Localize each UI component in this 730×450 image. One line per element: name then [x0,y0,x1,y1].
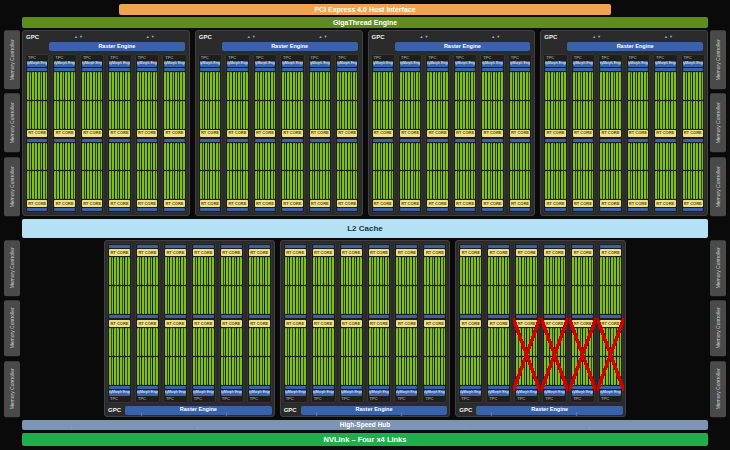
sm-block: RT CORE [82,139,102,208]
cuda-core-block [573,101,577,129]
cuda-core-block [98,143,102,171]
cuda-core-block [544,286,548,314]
tex-unit-strip [109,245,130,248]
cuda-core-block [520,72,524,100]
cuda-core-block [589,143,593,171]
rt-core-bar: RT CORE [573,200,593,207]
sm-stack: RT CORERT CORE [373,68,393,207]
tpc-header: TPCPolyMorph Engine [54,56,74,67]
tex-unit-strip [27,139,47,142]
cuda-core-block [170,257,174,285]
sm-stack: RT CORERT CORE [227,68,247,207]
link-arrows: ▲▼▲▼ [43,35,187,39]
cuda-core-block [400,101,404,129]
cuda-core-block [153,328,158,356]
cuda-core-block [455,72,459,100]
cuda-core-block [164,72,168,100]
sm-stack: RT CORERT CORE [683,68,703,207]
tpc-header: PolyMorph EngineTPC [109,390,130,401]
tex-unit-strip [400,68,420,71]
cuda-core-block [82,171,86,199]
cuda-core-block [346,357,350,385]
cuda-core-block [170,101,174,129]
cuda-core-block [65,101,69,129]
cuda-core-block [477,328,482,356]
tpc: TPCPolyMorph EngineRT CORERT CORE [335,54,359,213]
tex-unit-strip [313,386,334,389]
cuda-core-block [380,357,384,385]
cuda-core-block [205,143,209,171]
gpc-label: GPC [543,34,557,40]
tpc-header: TPCPolyMorph Engine [400,56,420,67]
sm-stack: RT CORERT CORE [54,68,74,207]
nvlink-bar: NVLink – Four x4 Links [22,433,708,446]
cuda-core-block [287,171,291,199]
sm-block: RT CORE [313,320,334,389]
cuda-core-block [699,171,703,199]
cuda-core-grid [227,72,247,129]
cuda-core-block [125,171,129,199]
tpc-header: TPCPolyMorph Engine [82,56,102,67]
tpc-header: TPCPolyMorph Engine [510,56,530,67]
cuda-core-block [342,171,346,199]
cuda-core-block [526,171,530,199]
cuda-core-block [298,143,302,171]
tex-unit-strip [544,245,565,248]
cuda-core-block [148,257,152,285]
sm-block: RT CORE [544,249,565,318]
rt-core-bar: RT CORE [221,320,242,327]
cuda-core-block [352,257,356,285]
sm-block: RT CORE [255,68,275,137]
rt-core-bar: RT CORE [310,200,330,207]
tpc-header: TPCPolyMorph Engine [255,56,275,67]
cuda-core-block [221,257,225,285]
polymorph-engine-bar: PolyMorph Engine [455,61,475,67]
rt-core-bar: RT CORE [82,130,102,137]
rt-core-bar: RT CORE [628,130,648,137]
cuda-core-block [589,72,593,100]
cuda-core-block [329,357,334,385]
cuda-core-block [282,171,286,199]
cuda-core-block [494,257,498,285]
tex-unit-strip [424,245,445,248]
cuda-core-block [137,257,141,285]
cuda-core-block [170,171,174,199]
cuda-core-block [433,143,437,171]
cuda-core-grid [54,72,74,129]
sm-stack: RT CORERT CORE [460,249,481,389]
sm-stack: RT CORERT CORE [628,68,648,207]
tpc-row: TPCPolyMorph EngineRT CORERT CORETPCPoly… [198,54,360,213]
tex-unit-strip [249,245,270,248]
gpc: RT CORERT COREPolyMorph EngineTPCRT CORE… [455,240,626,417]
rt-core-bar: RT CORE [510,200,530,207]
tex-unit-strip [109,68,129,71]
cuda-core-grid [683,143,703,200]
tex-unit-strip [455,208,475,211]
tpc-label: TPC [165,397,186,401]
cuda-core-block [402,357,406,385]
high-speed-hub-bar: High-Speed Hub [22,420,708,430]
updown-arrow-icon: ↕ [588,425,591,431]
tpc-label: TPC [109,56,129,60]
gpc-label: GPC [107,407,121,413]
cuda-core-block [342,101,346,129]
tpc: TPCPolyMorph EngineRT CORERT CORE [453,54,477,213]
cuda-core-block [633,171,637,199]
tex-unit-strip [310,68,330,71]
tpc-header: TPCPolyMorph Engine [164,56,184,67]
polymorph-engine-bar: PolyMorph Engine [310,61,330,67]
cuda-core-block [32,101,36,129]
tpc-header: PolyMorph EngineTPC [249,390,270,401]
polymorph-engine-bar: PolyMorph Engine [109,61,129,67]
tex-unit-strip [137,139,157,142]
cuda-core-block [493,143,497,171]
cuda-core-block [438,72,442,100]
cuda-core-block [137,143,141,171]
cuda-core-block [238,171,242,199]
cuda-core-block [466,171,470,199]
rt-core-bar: RT CORE [193,249,214,256]
cuda-core-block [137,101,141,129]
cuda-core-block [396,357,400,385]
sm-block: RT CORE [27,139,47,208]
cuda-core-block [374,257,378,285]
